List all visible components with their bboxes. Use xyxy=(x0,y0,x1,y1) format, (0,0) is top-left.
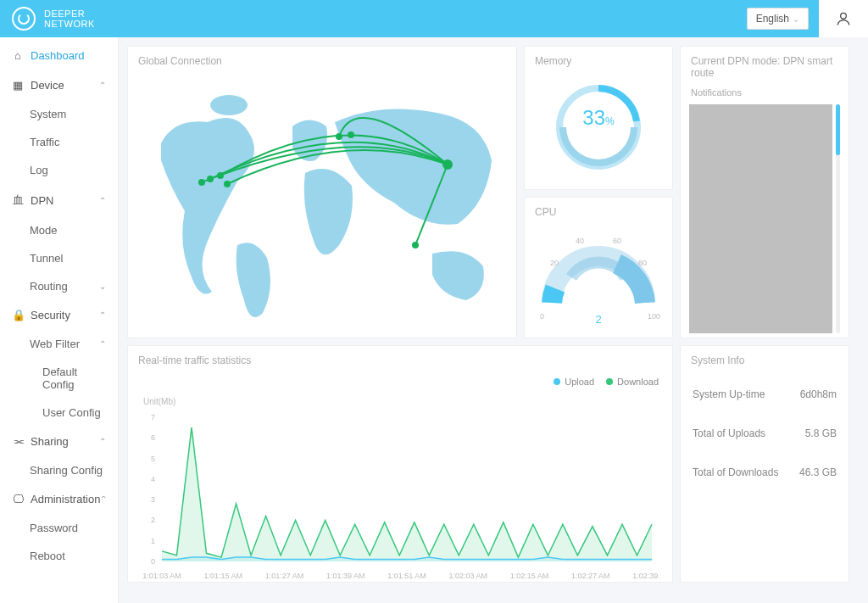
brand-line2: NETWORK xyxy=(44,19,95,29)
user-icon xyxy=(835,10,852,27)
notifications-scrollbar[interactable] xyxy=(836,104,840,333)
legend-download: Download xyxy=(617,377,659,387)
svg-point-4 xyxy=(207,176,214,182)
desktop-icon: 🖵 xyxy=(12,493,24,505)
world-map xyxy=(136,75,509,330)
svg-point-6 xyxy=(224,181,231,187)
memory-card: Memory 33% xyxy=(524,46,673,190)
sys-downloads-row: Total of Downloads 46.3 GB xyxy=(681,453,849,492)
gauge-tick: 20 xyxy=(550,259,559,267)
sidebar: ⌂ Dashboard ▦Device ⌃ System Traffic Log… xyxy=(0,37,119,603)
sys-label: Total of Downloads xyxy=(693,466,778,478)
svg-text:6: 6 xyxy=(151,433,155,442)
gauge-tick: 100 xyxy=(648,312,660,321)
traffic-chart: 012345671:01:03 AM1:01:15 AM1:01:27 AM1:… xyxy=(128,409,660,587)
brand-text: DEEPER NETWORK xyxy=(44,8,95,29)
card-title: Memory xyxy=(525,47,672,75)
svg-point-2 xyxy=(442,159,453,170)
sidebar-label: Sharing xyxy=(31,435,69,448)
sidebar-item-user-config[interactable]: User Config xyxy=(0,399,118,427)
sidebar-item-routing[interactable]: Routing ⌄ xyxy=(0,272,118,300)
svg-text:1:01:39 AM: 1:01:39 AM xyxy=(326,572,365,580)
grid-icon: ▦ xyxy=(12,79,24,92)
sidebar-group-sharing[interactable]: ⫘Sharing ⌃ xyxy=(0,427,118,456)
card-title: System Info xyxy=(681,346,849,375)
chevron-up-icon: ⌃ xyxy=(99,437,106,446)
sidebar-item-webfilter[interactable]: Web Filter ⌃ xyxy=(0,330,118,358)
card-title: Real-time traffic statistics xyxy=(128,346,672,375)
sys-value: 6d0h8m xyxy=(800,388,837,400)
brand-line1: DEEPER xyxy=(44,8,95,19)
svg-text:2: 2 xyxy=(151,516,155,524)
svg-text:0: 0 xyxy=(151,557,155,566)
lock-icon: 🔒 xyxy=(12,309,24,321)
sidebar-item-dashboard[interactable]: ⌂ Dashboard xyxy=(0,41,118,70)
sidebar-item-system[interactable]: System xyxy=(0,100,118,128)
dpn-mode-card: Current DPN mode: DPN smart route Notifi… xyxy=(680,46,849,338)
svg-text:4: 4 xyxy=(151,475,155,483)
sidebar-item-traffic[interactable]: Traffic xyxy=(0,128,118,156)
card-title: Current DPN mode: DPN smart route xyxy=(681,47,849,87)
svg-point-0 xyxy=(841,13,847,19)
sys-value: 46.3 GB xyxy=(799,466,837,478)
global-connection-card: Global Connection xyxy=(127,46,517,338)
traffic-card: Real-time traffic statistics Upload Down… xyxy=(127,345,673,583)
top-header: DEEPER NETWORK English ⌄ xyxy=(0,0,868,37)
dpn-icon: 血 xyxy=(12,193,24,208)
chevron-up-icon: ⌃ xyxy=(99,196,106,205)
chevron-up-icon: ⌃ xyxy=(99,310,106,320)
svg-text:1:01:03 AM: 1:01:03 AM xyxy=(142,572,181,580)
gauge-tick: 0 xyxy=(540,312,544,321)
chevron-up-icon: ⌃ xyxy=(100,494,107,504)
home-icon: ⌂ xyxy=(12,49,24,62)
sidebar-group-security[interactable]: 🔒Security ⌃ xyxy=(0,300,118,330)
chevron-up-icon: ⌃ xyxy=(99,339,106,349)
notifications-heading: Notifications xyxy=(681,87,849,104)
svg-text:1:02:39 AM: 1:02:39 AM xyxy=(632,572,660,580)
gauge-tick: 80 xyxy=(638,259,647,267)
sidebar-group-dpn[interactable]: 血DPN ⌃ xyxy=(0,184,118,216)
svg-point-7 xyxy=(336,133,342,140)
svg-text:1:02:03 AM: 1:02:03 AM xyxy=(448,572,487,580)
sidebar-item-mode[interactable]: Mode xyxy=(0,216,118,244)
share-icon: ⫘ xyxy=(12,435,24,448)
svg-text:1:01:15 AM: 1:01:15 AM xyxy=(203,572,242,580)
sidebar-item-reboot[interactable]: Reboot xyxy=(0,542,118,570)
svg-point-1 xyxy=(210,95,248,115)
svg-point-3 xyxy=(217,172,224,179)
user-menu-button[interactable] xyxy=(819,0,868,37)
language-select[interactable]: English ⌄ xyxy=(747,8,809,30)
sidebar-item-tunnel[interactable]: Tunnel xyxy=(0,244,118,272)
svg-text:1: 1 xyxy=(151,537,155,545)
sys-label: Total of Uploads xyxy=(693,427,765,439)
svg-point-8 xyxy=(348,131,354,138)
sidebar-label: Routing xyxy=(30,280,68,293)
card-title: CPU xyxy=(525,198,672,226)
svg-text:1:02:27 AM: 1:02:27 AM xyxy=(571,572,610,580)
sidebar-item-sharing-config[interactable]: Sharing Config xyxy=(0,456,118,484)
sidebar-label: Web Filter xyxy=(30,338,80,350)
notification-image-placeholder xyxy=(689,104,832,333)
sys-uptime-row: System Up-time 6d0h8m xyxy=(681,375,849,414)
svg-text:7: 7 xyxy=(151,413,155,422)
cpu-card: CPU 2 0 20 40 60 80 100 xyxy=(524,197,673,338)
svg-text:1:01:27 AM: 1:01:27 AM xyxy=(265,572,304,580)
gauge-tick: 60 xyxy=(613,237,621,245)
notifications-body xyxy=(689,104,840,333)
card-title: Global Connection xyxy=(128,47,516,75)
svg-text:5: 5 xyxy=(151,455,155,463)
sidebar-group-device[interactable]: ▦Device ⌃ xyxy=(0,70,118,100)
sidebar-item-default-config[interactable]: Default Config xyxy=(0,358,118,399)
chevron-down-icon: ⌄ xyxy=(99,282,106,291)
logo: DEEPER NETWORK xyxy=(0,7,95,31)
svg-text:1:01:51 AM: 1:01:51 AM xyxy=(387,572,426,580)
chevron-up-icon: ⌃ xyxy=(99,81,106,90)
sidebar-group-admin[interactable]: 🖵Administration ⌃ xyxy=(0,484,118,514)
sidebar-item-log[interactable]: Log xyxy=(0,156,118,184)
language-label: English xyxy=(756,13,789,25)
sidebar-item-password[interactable]: Password xyxy=(0,514,118,542)
cpu-gauge xyxy=(535,226,662,311)
gauge-tick: 40 xyxy=(576,237,584,245)
svg-point-5 xyxy=(198,179,205,186)
main-content: Global Connection xyxy=(119,37,868,603)
